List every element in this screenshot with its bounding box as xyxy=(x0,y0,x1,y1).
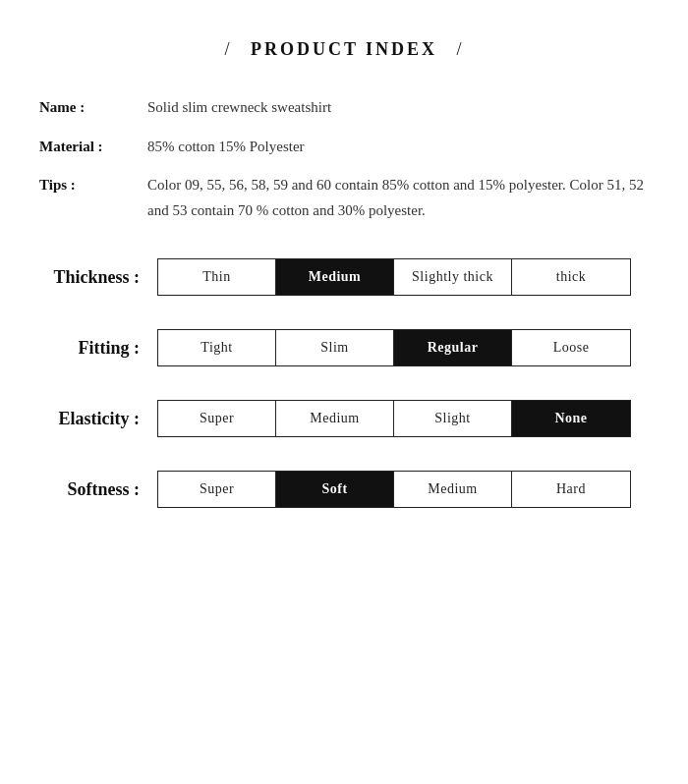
tips-row: Tips : Color 09, 55, 56, 58, 59 and 60 c… xyxy=(39,173,659,223)
header-suffix: / xyxy=(457,39,464,59)
selector-label-thickness: Thickness : xyxy=(29,267,157,288)
option-softness-hard[interactable]: Hard xyxy=(512,472,630,507)
tips-value: Color 09, 55, 56, 58, 59 and 60 contain … xyxy=(147,173,659,223)
option-thickness-thick[interactable]: thick xyxy=(512,259,630,295)
material-value: 85% cotton 15% Polyester xyxy=(147,135,659,160)
header-title: PRODUCT INDEX xyxy=(251,39,437,59)
material-row: Material : 85% cotton 15% Polyester xyxy=(39,135,659,160)
page: / PRODUCT INDEX / Name : Solid slim crew… xyxy=(0,0,688,784)
options-group-thickness: ThinMediumSlightly thickthick xyxy=(157,258,631,296)
option-elasticity-super[interactable]: Super xyxy=(158,401,276,436)
options-group-fitting: TightSlimRegularLoose xyxy=(157,329,631,366)
selector-label-elasticity: Elasticity : xyxy=(29,409,157,429)
name-value: Solid slim crewneck sweatshirt xyxy=(147,95,659,121)
selector-row-softness: Softness :SuperSoftMediumHard xyxy=(29,463,659,516)
name-label: Name : xyxy=(39,95,147,121)
option-softness-medium[interactable]: Medium xyxy=(394,472,512,507)
options-group-elasticity: SuperMediumSlightNone xyxy=(157,400,631,437)
selectors-section: Thickness :ThinMediumSlightly thickthick… xyxy=(29,251,659,516)
selector-label-fitting: Fitting : xyxy=(29,338,157,359)
option-elasticity-slight[interactable]: Slight xyxy=(394,401,512,436)
option-thickness-slightly-thick[interactable]: Slightly thick xyxy=(394,259,512,295)
option-thickness-thin[interactable]: Thin xyxy=(158,259,276,295)
option-softness-super[interactable]: Super xyxy=(158,472,276,507)
selector-row-thickness: Thickness :ThinMediumSlightly thickthick xyxy=(29,251,659,304)
option-fitting-loose[interactable]: Loose xyxy=(512,330,630,365)
options-group-softness: SuperSoftMediumHard xyxy=(157,471,631,508)
header-prefix: / xyxy=(224,39,231,59)
tips-label: Tips : xyxy=(39,173,147,223)
material-label: Material : xyxy=(39,135,147,160)
selector-label-softness: Softness : xyxy=(29,479,157,500)
page-header: / PRODUCT INDEX / xyxy=(29,39,659,60)
option-elasticity-none[interactable]: None xyxy=(512,401,630,436)
option-elasticity-medium[interactable]: Medium xyxy=(276,401,394,436)
name-row: Name : Solid slim crewneck sweatshirt xyxy=(39,95,659,121)
option-softness-soft[interactable]: Soft xyxy=(276,472,394,507)
option-fitting-regular[interactable]: Regular xyxy=(394,330,512,365)
option-fitting-slim[interactable]: Slim xyxy=(276,330,394,365)
product-info: Name : Solid slim crewneck sweatshirt Ma… xyxy=(39,95,659,223)
option-thickness-medium[interactable]: Medium xyxy=(276,259,394,295)
selector-row-fitting: Fitting :TightSlimRegularLoose xyxy=(29,321,659,374)
selector-row-elasticity: Elasticity :SuperMediumSlightNone xyxy=(29,392,659,445)
option-fitting-tight[interactable]: Tight xyxy=(158,330,276,365)
